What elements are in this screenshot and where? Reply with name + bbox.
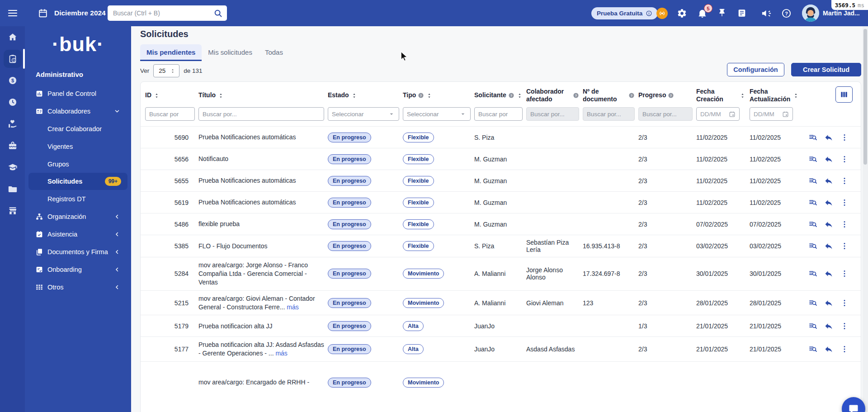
sort-icon[interactable] <box>426 92 433 99</box>
sort-icon[interactable] <box>516 92 523 99</box>
sort-icon[interactable] <box>153 92 160 99</box>
column-settings-button[interactable] <box>835 86 853 103</box>
tab-todas[interactable]: Todas <box>259 44 289 61</box>
table-row[interactable]: mov area/cargo: Encargado de RRHH -En pr… <box>141 361 861 403</box>
expand-title-link[interactable]: más <box>287 303 298 311</box>
calendar-icon[interactable] <box>38 0 48 26</box>
table-row[interactable]: 5619Prueba Notificaciones automáticasEn … <box>141 191 861 213</box>
rail-item-requests[interactable] <box>0 48 25 70</box>
table-row[interactable]: 5690Prueba Notificaciones automáticasEn … <box>141 126 861 148</box>
sidebar-item-colaboradores[interactable]: Colaboradores <box>25 102 131 120</box>
filter-select-estado[interactable]: Seleccionar <box>328 107 399 121</box>
megaphone-icon[interactable] <box>761 8 772 19</box>
row-detail-button[interactable] <box>808 322 817 331</box>
page-size-select[interactable]: 25 <box>153 64 179 77</box>
rail-item-home[interactable] <box>0 26 25 48</box>
help-circle-icon[interactable]: ? <box>573 92 579 99</box>
sort-icon[interactable] <box>351 92 358 99</box>
row-detail-button[interactable] <box>808 176 817 185</box>
row-return-button[interactable] <box>824 242 833 251</box>
column-header-id[interactable]: ID <box>145 91 195 99</box>
row-return-button[interactable] <box>824 322 833 331</box>
sort-icon[interactable] <box>739 92 746 99</box>
table-row[interactable]: 5486flexible pruebaEn progresoFlexibleM.… <box>141 213 861 235</box>
tab-mis-solicitudes[interactable]: Mis solicitudes <box>202 44 259 61</box>
row-return-button[interactable] <box>824 269 833 278</box>
row-menu-button[interactable] <box>840 198 849 207</box>
rail-item-files[interactable] <box>0 178 25 200</box>
search-icon[interactable] <box>213 9 222 18</box>
row-menu-button[interactable] <box>840 345 849 354</box>
row-detail-button[interactable] <box>808 133 817 142</box>
column-header-n-de-documento[interactable]: Nº de documento? <box>583 88 635 104</box>
sidebar-item-organizaci-n[interactable]: Organización <box>25 208 131 225</box>
sort-icon[interactable] <box>217 92 224 99</box>
column-header-fecha-creaci-n[interactable]: Fecha Creación <box>696 88 746 104</box>
table-row[interactable]: 5215mov area/cargo: Giovi Aleman - Conta… <box>141 290 861 315</box>
table-row[interactable]: 5385FLO - Flujo DocumentosEn progresoFle… <box>141 235 861 257</box>
rail-item-time[interactable] <box>0 91 25 113</box>
row-detail-button[interactable] <box>808 155 817 164</box>
table-row[interactable]: 5177Prueba notificacion alta JJ: Asdasd … <box>141 336 861 361</box>
column-header-solicitante[interactable]: Solicitante? <box>474 91 523 99</box>
row-return-button[interactable] <box>824 133 833 142</box>
sidebar-item-registros-dt[interactable]: Registros DT <box>25 190 131 208</box>
row-detail-button[interactable] <box>808 298 817 308</box>
news-icon[interactable] <box>736 8 747 19</box>
sidebar-item-crear-colaborador[interactable]: Crear Colaborador <box>25 120 131 137</box>
sort-icon[interactable] <box>793 92 799 99</box>
row-return-button[interactable] <box>824 345 833 354</box>
tab-mis-pendientes[interactable]: Mis pendientes <box>140 44 202 61</box>
sidebar-item-otros[interactable]: Otros <box>25 278 131 296</box>
row-detail-button[interactable] <box>808 220 817 229</box>
pin-icon[interactable] <box>717 8 727 19</box>
row-return-button[interactable] <box>824 298 833 308</box>
row-menu-button[interactable] <box>840 322 849 331</box>
table-row[interactable]: 5656NotificautoEn progresoFlexibleM. Guz… <box>141 148 861 170</box>
row-menu-button[interactable] <box>840 298 849 308</box>
sidebar-item-panel-de-control[interactable]: Panel de Control <box>25 85 131 102</box>
help-icon[interactable]: ? <box>781 8 792 19</box>
table-row[interactable]: 5179Prueba notificacion alta JJEn progre… <box>141 315 861 336</box>
table-row[interactable]: 5655Prueba Notificaciones automáticasEn … <box>141 170 861 191</box>
help-circle-icon[interactable]: ? <box>628 92 635 99</box>
row-return-button[interactable] <box>824 155 833 164</box>
rail-item-payroll[interactable]: $ <box>0 70 25 91</box>
vertical-scrollbar[interactable] <box>863 26 868 412</box>
period-label[interactable]: Diciembre 2024 <box>54 0 106 26</box>
row-detail-button[interactable] <box>808 269 817 278</box>
rail-item-benefits[interactable] <box>0 113 25 135</box>
configuration-button[interactable]: Configuración <box>727 63 784 76</box>
expand-title-link[interactable]: más <box>275 350 287 357</box>
filter-date-fecha-actualizaci-n[interactable]: DD/MM <box>750 107 793 121</box>
settings-gear-icon[interactable] <box>676 8 687 19</box>
column-header-estado[interactable]: Estado <box>328 91 399 99</box>
row-menu-button[interactable] <box>840 133 849 142</box>
filter-date-fecha-creaci-n[interactable]: DD/MM <box>696 107 740 121</box>
row-return-button[interactable] <box>824 176 833 185</box>
row-menu-button[interactable] <box>840 176 849 185</box>
column-header-progreso[interactable]: Progreso? <box>638 91 693 99</box>
sidebar-item-vigentes[interactable]: Vigentes <box>25 137 131 155</box>
row-menu-button[interactable] <box>840 220 849 229</box>
sidebar-item-asistencia[interactable]: Asistencia <box>25 225 131 243</box>
filter-input-id[interactable] <box>145 107 195 121</box>
filter-input-t-tulo[interactable] <box>198 107 324 121</box>
live-status-icon[interactable] <box>656 8 668 19</box>
column-header-colaborador-afectado[interactable]: Colaborador afectado? <box>526 88 579 104</box>
filter-input-solicitante[interactable] <box>474 107 523 121</box>
row-return-button[interactable] <box>824 198 833 207</box>
sidebar-item-documentos-y-firma[interactable]: Documentos y Firma <box>25 243 131 260</box>
sidebar-item-grupos[interactable]: Grupos <box>25 155 131 173</box>
trial-badge[interactable]: Prueba Gratuita <box>591 7 658 19</box>
column-header-t-tulo[interactable]: Título <box>198 91 324 99</box>
rail-item-training[interactable] <box>0 156 25 178</box>
global-search[interactable] <box>108 5 227 21</box>
row-menu-button[interactable] <box>840 155 849 164</box>
row-detail-button[interactable] <box>808 345 817 354</box>
column-header-tipo[interactable]: Tipo? <box>403 91 471 99</box>
rail-item-wellbeing[interactable] <box>0 135 25 156</box>
sidebar-item-solicitudes[interactable]: Solicitudes99+ <box>28 173 127 190</box>
rail-item-marketplace[interactable] <box>0 200 25 222</box>
table-row[interactable]: 5284mov area/cargo: Jorge Alonso - Franc… <box>141 257 861 290</box>
